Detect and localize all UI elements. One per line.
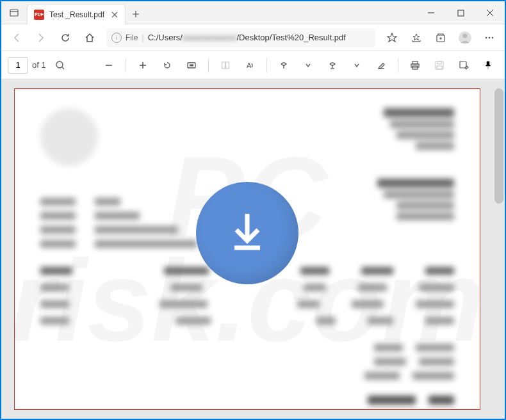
file-label: File bbox=[126, 33, 138, 42]
minimize-button[interactable] bbox=[416, 1, 446, 24]
erase-icon[interactable] bbox=[371, 55, 391, 76]
svg-text:A: A bbox=[247, 61, 252, 69]
home-button[interactable] bbox=[78, 26, 101, 49]
browser-window: PDF Test _Result.pdf bbox=[1, 1, 505, 419]
pdf-toolbar: of 1 A bbox=[1, 51, 505, 79]
new-tab-button[interactable] bbox=[126, 4, 146, 24]
refresh-button[interactable] bbox=[54, 26, 77, 49]
svg-rect-3 bbox=[458, 10, 464, 16]
svg-rect-33 bbox=[460, 61, 466, 68]
draw-icon[interactable] bbox=[273, 55, 294, 76]
pdf-page: PCrisk.com bbox=[14, 88, 480, 410]
highlight-icon[interactable] bbox=[322, 55, 343, 76]
save-icon bbox=[429, 55, 450, 76]
svg-rect-20 bbox=[222, 62, 225, 69]
zoom-out-icon[interactable] bbox=[99, 55, 119, 76]
fit-page-icon[interactable] bbox=[181, 55, 202, 76]
search-icon[interactable] bbox=[50, 55, 70, 76]
svg-point-9 bbox=[463, 33, 468, 38]
svg-rect-32 bbox=[437, 66, 442, 69]
content-area: PCrisk.com bbox=[1, 79, 505, 419]
close-window-button[interactable] bbox=[475, 1, 505, 24]
chevron-down-icon[interactable] bbox=[347, 55, 367, 76]
back-button bbox=[5, 26, 28, 49]
chevron-down-icon[interactable] bbox=[298, 55, 318, 76]
tab[interactable]: PDF Test _Result.pdf bbox=[27, 4, 126, 24]
forward-button bbox=[29, 26, 53, 49]
info-icon[interactable]: i bbox=[111, 33, 122, 43]
close-tab-icon[interactable] bbox=[110, 10, 120, 20]
zoom-in-icon[interactable] bbox=[133, 55, 153, 76]
tab-actions-icon[interactable] bbox=[1, 1, 27, 24]
print-icon[interactable] bbox=[405, 55, 425, 76]
svg-rect-31 bbox=[437, 61, 441, 64]
navbar: i File | C:/Users/xxxxxxxxxxxxx/Desktop/… bbox=[1, 24, 505, 51]
profile-button[interactable] bbox=[453, 26, 477, 49]
address-bar[interactable]: i File | C:/Users/xxxxxxxxxxxxx/Desktop/… bbox=[106, 28, 375, 47]
svg-point-11 bbox=[489, 36, 491, 38]
more-button[interactable] bbox=[478, 26, 501, 49]
svg-rect-19 bbox=[190, 64, 193, 66]
page-view-icon bbox=[215, 55, 236, 76]
tab-title: Test _Result.pdf bbox=[49, 10, 104, 19]
page-count-label: of 1 bbox=[32, 60, 46, 70]
rotate-icon[interactable] bbox=[157, 55, 177, 76]
favorite-button[interactable] bbox=[380, 26, 404, 49]
svg-point-13 bbox=[56, 61, 63, 68]
svg-point-10 bbox=[486, 36, 487, 38]
page-number-input[interactable] bbox=[8, 57, 28, 74]
read-aloud-icon[interactable]: A bbox=[240, 55, 260, 76]
download-icon[interactable] bbox=[196, 182, 298, 284]
pin-icon[interactable] bbox=[478, 55, 498, 76]
svg-rect-0 bbox=[10, 10, 18, 16]
scrollbar-thumb[interactable] bbox=[494, 88, 503, 204]
save-as-icon[interactable] bbox=[453, 55, 474, 76]
favorites-bar-button[interactable] bbox=[405, 26, 428, 49]
svg-point-12 bbox=[492, 36, 494, 38]
svg-rect-21 bbox=[226, 62, 229, 69]
url-path: C:/Users/xxxxxxxxxxxxx/Desktop/Test%20_R… bbox=[148, 33, 346, 42]
pdf-file-icon: PDF bbox=[34, 10, 44, 20]
svg-line-14 bbox=[62, 67, 64, 69]
window-controls bbox=[416, 1, 505, 24]
collections-button[interactable] bbox=[429, 26, 452, 49]
maximize-button[interactable] bbox=[446, 1, 475, 24]
titlebar: PDF Test _Result.pdf bbox=[1, 1, 505, 24]
